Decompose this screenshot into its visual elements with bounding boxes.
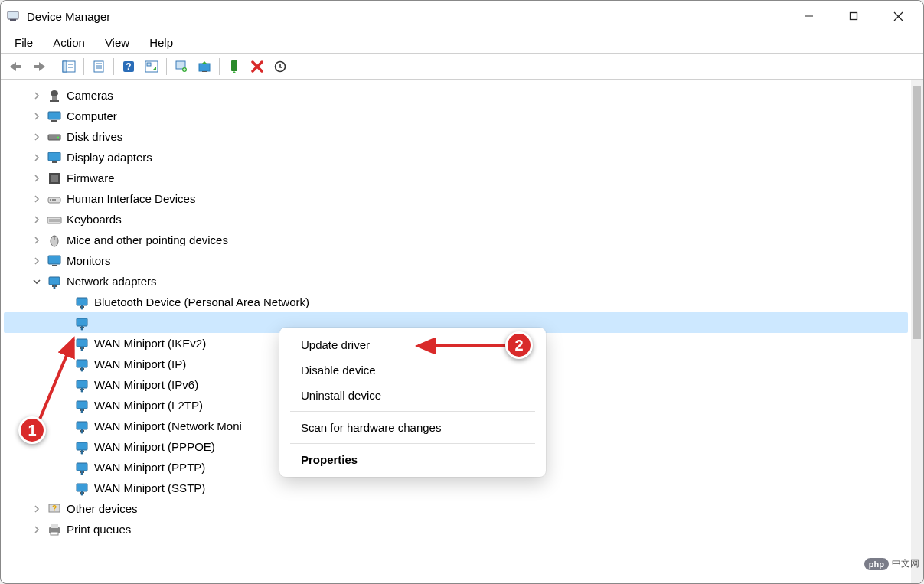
- properties-button[interactable]: [88, 57, 109, 77]
- vertical-scrollbar[interactable]: [911, 80, 923, 583]
- chevron-right-icon[interactable]: [31, 132, 42, 142]
- tree-device-label: WAN Miniport (Network Moni: [94, 419, 242, 432]
- svg-point-55: [81, 307, 83, 309]
- tree-category-label: Keyboards: [67, 213, 122, 226]
- chevron-right-icon[interactable]: [31, 235, 42, 246]
- svg-rect-60: [77, 339, 87, 347]
- close-button[interactable]: [876, 3, 920, 29]
- help-button[interactable]: ?: [118, 57, 139, 77]
- svg-rect-96: [51, 532, 58, 535]
- tree-category[interactable]: Network adapters: [4, 271, 908, 292]
- annotation-callout-2: 2: [505, 331, 533, 359]
- menu-file[interactable]: File: [5, 34, 42, 51]
- tree-category[interactable]: Disk drives: [4, 126, 908, 147]
- tree-device[interactable]: WAN Miniport (SSTP): [4, 478, 908, 498]
- chevron-right-icon[interactable]: [31, 173, 42, 184]
- chevron-right-icon[interactable]: [31, 111, 42, 122]
- svg-rect-0: [8, 11, 18, 19]
- watermark-pill: php: [864, 558, 889, 570]
- update-driver-button[interactable]: [194, 57, 215, 77]
- svg-rect-34: [52, 161, 57, 163]
- svg-rect-3: [851, 13, 857, 20]
- menu-help[interactable]: Help: [140, 34, 182, 51]
- svg-rect-46: [48, 256, 60, 264]
- chevron-down-icon[interactable]: [31, 276, 42, 287]
- maximize-button[interactable]: [831, 3, 876, 29]
- svg-point-59: [81, 328, 83, 330]
- svg-text:?: ?: [52, 504, 57, 513]
- svg-rect-27: [52, 96, 57, 100]
- back-button[interactable]: [5, 57, 27, 77]
- toolbar: ?: [1, 54, 923, 80]
- tree-category[interactable]: Keyboards: [4, 209, 908, 230]
- disable-device-button[interactable]: [247, 57, 268, 77]
- window-title: Device Manager: [27, 10, 110, 23]
- svg-rect-22: [199, 64, 210, 71]
- tree-device-label: WAN Miniport (IP): [94, 357, 186, 370]
- chevron-right-icon[interactable]: [31, 504, 42, 514]
- tree-category-label: Disk drives: [67, 130, 122, 143]
- tree-category-label: Human Interface Devices: [67, 192, 195, 205]
- context-menu-item[interactable]: Uninstall device: [279, 383, 546, 408]
- svg-rect-7: [34, 65, 40, 68]
- svg-rect-95: [51, 524, 58, 528]
- camera-icon: [47, 88, 62, 103]
- window-controls: [787, 3, 920, 29]
- svg-rect-48: [49, 277, 60, 285]
- display-icon: [47, 150, 62, 165]
- chevron-right-icon[interactable]: [31, 194, 42, 204]
- svg-point-32: [57, 136, 59, 138]
- svg-rect-12: [94, 61, 103, 72]
- scrollbar-thumb[interactable]: [913, 86, 921, 339]
- chevron-right-icon[interactable]: [31, 214, 42, 225]
- show-hide-console-tree-button[interactable]: [58, 57, 80, 77]
- chevron-right-icon[interactable]: [31, 524, 42, 535]
- chevron-right-icon[interactable]: [31, 152, 42, 163]
- tree-category[interactable]: ?Other devices: [4, 498, 908, 519]
- tree-device-label: WAN Miniport (IKEv2): [94, 337, 206, 350]
- tree-category[interactable]: Firmware: [4, 168, 908, 188]
- menu-action[interactable]: Action: [44, 34, 94, 51]
- svg-rect-9: [63, 61, 67, 72]
- tree-category[interactable]: Monitors: [4, 250, 908, 271]
- tree-category[interactable]: Display adapters: [4, 147, 908, 168]
- svg-point-87: [81, 472, 83, 475]
- app-icon: [7, 10, 19, 22]
- svg-rect-30: [51, 120, 57, 122]
- tree-device-label: WAN Miniport (PPPOE): [94, 440, 215, 453]
- tree-device-label: WAN Miniport (SSTP): [94, 481, 205, 494]
- svg-rect-38: [50, 199, 51, 201]
- svg-rect-23: [202, 71, 207, 72]
- tree-category[interactable]: Cameras: [4, 85, 908, 106]
- uninstall-device-button[interactable]: [269, 57, 291, 77]
- tree-category[interactable]: Human Interface Devices: [4, 188, 908, 209]
- network-icon: [47, 274, 62, 289]
- tree-category[interactable]: Computer: [4, 106, 908, 126]
- monitor-icon: [47, 253, 62, 269]
- scan-hardware-button[interactable]: [171, 57, 192, 77]
- enable-device-button[interactable]: [224, 57, 245, 77]
- context-menu-item[interactable]: Disable device: [279, 357, 546, 383]
- device-manager-window: Device Manager File Action View Help: [0, 0, 924, 584]
- show-hidden-button[interactable]: [141, 57, 162, 77]
- context-menu-separator: [290, 443, 535, 444]
- menu-view[interactable]: View: [96, 34, 139, 51]
- mouse-icon: [47, 233, 62, 248]
- tree-device[interactable]: Bluetooth Device (Personal Area Network): [4, 292, 908, 312]
- minimize-button[interactable]: [787, 3, 831, 29]
- tree-category-label: Mice and other pointing devices: [67, 233, 228, 246]
- svg-rect-39: [52, 199, 54, 201]
- svg-rect-36: [51, 175, 58, 182]
- context-menu-separator: [290, 411, 535, 412]
- tree-device-label: Bluetooth Device (Personal Area Network): [94, 295, 309, 308]
- svg-rect-33: [48, 152, 60, 161]
- forward-button[interactable]: [28, 57, 50, 77]
- context-menu-item[interactable]: Scan for hardware changes: [279, 415, 546, 440]
- tree-category[interactable]: Mice and other pointing devices: [4, 230, 908, 250]
- context-menu-item[interactable]: Properties: [279, 447, 546, 472]
- svg-rect-40: [54, 199, 56, 201]
- chevron-right-icon[interactable]: [31, 90, 42, 101]
- tree-category[interactable]: Print queues: [4, 519, 908, 540]
- svg-rect-76: [77, 422, 87, 429]
- chevron-right-icon[interactable]: [31, 256, 42, 266]
